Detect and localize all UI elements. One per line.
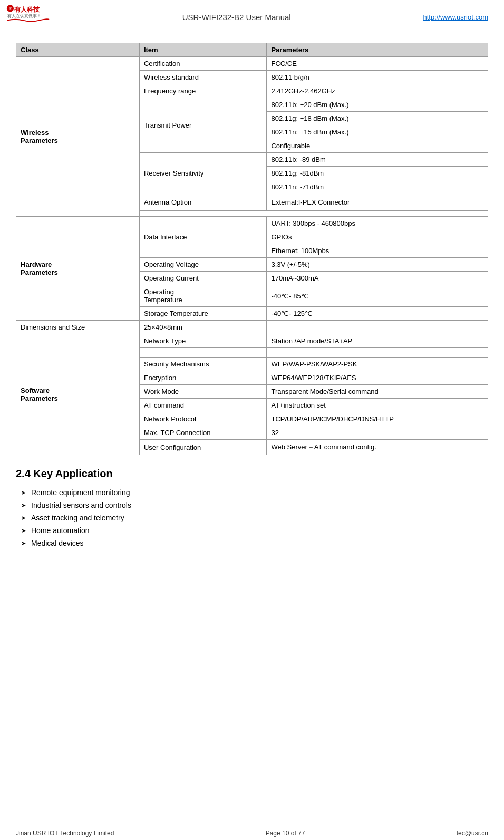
param-network-type: Station /AP mode/STA+AP (267, 334, 488, 348)
item-work-mode: Work Mode (139, 385, 267, 399)
main-content: Class Item Parameters WirelessParameters… (0, 34, 504, 560)
param-work-mode: Transparent Mode/Serial command (267, 385, 488, 399)
list-item: Industrial sensors and controls (21, 501, 488, 509)
item-antenna-option: Antenna Option (139, 194, 267, 211)
param-receiver-sensitivity-3: 802.11n: -71dBm (267, 180, 488, 194)
footer-page: Page 10 of 77 (266, 829, 305, 837)
param-data-interface-2: GPIOs (267, 230, 488, 244)
param-user-configuration: Web Server＋AT command config. (267, 440, 488, 455)
table-row: Dimensions and Size 25×40×8mm (16, 321, 488, 334)
param-transmit-power-3: 802.11n: +15 dBm (Max.) (267, 125, 488, 139)
logo-area: ® 有人科技 有人在认真做事！ (5, 4, 50, 30)
item-dimensions: Dimensions and Size (16, 321, 140, 334)
table-row: HardwareParameters Data Interface UART: … (16, 217, 488, 230)
table-row: WirelessParameters Certification FCC/CE (16, 57, 488, 71)
svg-text:有人科技: 有人科技 (14, 6, 40, 13)
item-operating-voltage: Operating Voltage (139, 258, 267, 272)
svg-text:有人在认真做事！: 有人在认真做事！ (7, 14, 41, 18)
param-receiver-sensitivity-1: 802.11b: -89 dBm (267, 153, 488, 167)
item-certification: Certification (139, 57, 267, 71)
item-operating-temperature: OperatingTemperature (139, 285, 267, 307)
svg-text:®: ® (9, 6, 12, 11)
param-transmit-power-1: 802.11b: +20 dBm (Max.) (267, 98, 488, 112)
company-logo: ® 有人科技 有人在认真做事！ (5, 4, 50, 30)
list-item-text-4: Home automation (31, 526, 90, 535)
col-header-parameters: Parameters (267, 43, 488, 57)
item-network-protocol: Network Protocol (139, 412, 267, 426)
param-storage-temperature: -40℃- 125℃ (267, 307, 488, 321)
list-item-text-1: Remote equipment monitoring (31, 488, 130, 497)
footer-email: tec@usr.cn (457, 829, 488, 837)
param-max-tcp-connection: 32 (267, 426, 488, 440)
param-wireless-standard: 802.11 b/g/n (267, 71, 488, 84)
list-item: Remote equipment monitoring (21, 488, 488, 497)
list-item-text-5: Medical devices (31, 539, 84, 547)
param-data-interface-3: Ethernet: 100Mpbs (267, 244, 488, 258)
param-at-command: AT+instruction set (267, 399, 488, 412)
page-footer: Jinan USR IOT Technology Limited Page 10… (0, 826, 504, 840)
item-security-mechanisms: Security Mechanisms (139, 358, 267, 371)
param-empty (267, 348, 488, 358)
param-antenna-option: External:I-PEX Connector (267, 194, 488, 211)
list-item-text-2: Industrial sensors and controls (31, 501, 131, 509)
param-transmit-power-4: Configurable (267, 139, 488, 153)
param-dimensions: 25×40×8mm (139, 321, 267, 334)
class-software: SoftwareParameters (16, 334, 140, 455)
param-operating-temperature: -40℃- 85℃ (267, 285, 488, 307)
item-wireless-standard: Wireless standard (139, 71, 267, 84)
param-operating-current: 170mA~300mA (267, 272, 488, 285)
item-receiver-sensitivity: Receiver Sensitivity (139, 153, 267, 194)
item-transmit-power: Transmit Power (139, 98, 267, 153)
list-item: Medical devices (21, 539, 488, 547)
footer-company: Jinan USR IOT Technology Limited (16, 829, 114, 837)
item-storage-temperature: Storage Temperature (139, 307, 267, 321)
col-header-item: Item (139, 43, 267, 57)
item-operating-current: Operating Current (139, 272, 267, 285)
param-security-mechanisms: WEP/WAP-PSK/WAP2-PSK (267, 358, 488, 371)
table-header-row: Class Item Parameters (16, 43, 488, 57)
item-encryption: Encryption (139, 371, 267, 385)
class-wireless: WirelessParameters (16, 57, 140, 217)
page-header: ® 有人科技 有人在认真做事！ USR-WIFI232-B2 User Manu… (0, 0, 504, 34)
specs-table: Class Item Parameters WirelessParameters… (16, 43, 488, 455)
table-row: SoftwareParameters Network Type Station … (16, 334, 488, 348)
section-heading-key-application: 2.4 Key Application (16, 468, 488, 480)
param-data-interface-1: UART: 300bps - 460800bps (267, 217, 488, 230)
class-hardware: HardwareParameters (16, 217, 140, 321)
item-max-tcp-connection: Max. TCP Connection (139, 426, 267, 440)
item-empty (139, 348, 267, 358)
document-title: USR-WIFI232-B2 User Manual (50, 13, 423, 22)
param-receiver-sensitivity-2: 802.11g: -81dBm (267, 167, 488, 180)
item-at-command: AT command (139, 399, 267, 412)
website-link[interactable]: http://www.usriot.com (423, 13, 488, 21)
applications-list: Remote equipment monitoring Industrial s… (21, 488, 488, 547)
list-item-text-3: Asset tracking and telemetry (31, 514, 124, 522)
param-operating-voltage: 3.3V (+/-5%) (267, 258, 488, 272)
item-network-type: Network Type (139, 334, 267, 348)
param-certification: FCC/CE (267, 57, 488, 71)
list-item: Asset tracking and telemetry (21, 514, 488, 522)
item-frequency-range: Frequency range (139, 84, 267, 98)
param-network-protocol: TCP/UDP/ARP/ICMP/DHCP/DNS/HTTP (267, 412, 488, 426)
list-item: Home automation (21, 526, 488, 535)
param-frequency-range: 2.412GHz-2.462GHz (267, 84, 488, 98)
param-encryption: WEP64/WEP128/TKIP/AES (267, 371, 488, 385)
item-user-configuration: User Configuration (139, 440, 267, 455)
item-data-interface: Data Interface (139, 217, 267, 258)
col-header-class: Class (16, 43, 140, 57)
param-transmit-power-2: 802.11g: +18 dBm (Max.) (267, 112, 488, 125)
